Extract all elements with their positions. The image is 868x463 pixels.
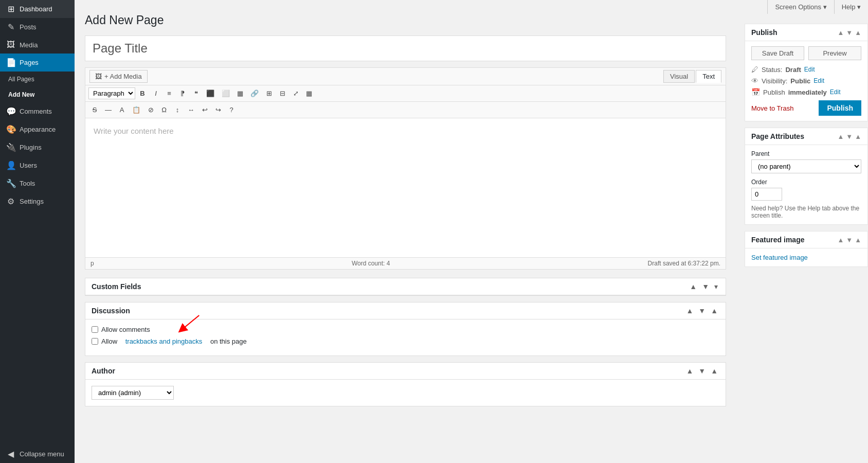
featured-image-controls: ▲ ▼ ▲: [837, 236, 861, 244]
page-break-button[interactable]: ⊟: [276, 87, 288, 99]
sidebar-item-all-pages[interactable]: All Pages: [0, 72, 75, 87]
discussion-panel: Discussion ▲ ▼ ▲ Allow comments Allow tr…: [85, 302, 726, 356]
unordered-list-button[interactable]: ≡: [163, 87, 175, 99]
author-toggle[interactable]: ▲: [709, 367, 719, 375]
author-up[interactable]: ▲: [684, 367, 695, 375]
discussion-body: Allow comments Allow trackbacks and ping…: [85, 319, 726, 355]
posts-icon: ✎: [6, 22, 15, 32]
strikethrough-button[interactable]: S: [88, 104, 101, 116]
parent-select[interactable]: (no parent): [751, 159, 861, 173]
editor-toolbar-top: 🖼 + Add Media Visual Text: [85, 68, 726, 85]
trackbacks-link[interactable]: trackbacks and pingbacks: [125, 337, 203, 345]
attr-help-text: Need help? Use the Help tab above the sc…: [751, 205, 861, 219]
tab-visual[interactable]: Visual: [663, 70, 695, 83]
right-sidebar: Publish ▲ ▼ ▲ Save Draft Preview 🖊 Statu…: [745, 3, 868, 463]
discussion-down[interactable]: ▼: [697, 307, 707, 315]
bold-button[interactable]: B: [136, 87, 149, 99]
allow-comments-checkbox[interactable]: [92, 326, 98, 333]
redo-button[interactable]: ↪: [212, 104, 224, 116]
editor-tabs: Visual Text: [663, 70, 721, 83]
indent-button[interactable]: ↕: [171, 104, 184, 116]
publish-up[interactable]: ▲: [837, 29, 844, 37]
publish-widget: Publish ▲ ▼ ▲ Save Draft Preview 🖊 Statu…: [745, 24, 868, 121]
move-to-trash-link[interactable]: Move to Trash: [751, 104, 793, 112]
page-attr-up[interactable]: ▲: [837, 133, 844, 140]
publish-button[interactable]: Publish: [819, 100, 861, 116]
custom-fields-toggle[interactable]: ▾: [713, 282, 719, 291]
blockquote-button[interactable]: ❝: [190, 87, 202, 99]
publish-toggle[interactable]: ▲: [855, 29, 861, 37]
publish-down[interactable]: ▼: [846, 29, 853, 37]
align-right-button[interactable]: ▦: [234, 87, 246, 99]
set-featured-image-link[interactable]: Set featured image: [751, 254, 808, 261]
order-input[interactable]: [751, 188, 782, 201]
author-controls: ▲ ▼ ▲: [684, 367, 719, 375]
help-btn[interactable]: ?: [225, 104, 238, 116]
allow-trackbacks-checkbox[interactable]: [92, 338, 98, 345]
toolbar-toggle-button[interactable]: ▦: [303, 87, 315, 99]
page-attr-toggle[interactable]: ▲: [855, 133, 861, 140]
author-down[interactable]: ▼: [697, 367, 707, 375]
tab-text[interactable]: Text: [696, 70, 721, 83]
fullscreen-button[interactable]: ⤢: [290, 87, 302, 99]
link-button[interactable]: 🔗: [247, 87, 262, 99]
align-center-button[interactable]: ⬜: [219, 87, 233, 99]
page-attributes-body: Parent (no parent) Order Need help? Use …: [745, 145, 867, 224]
custom-fields-header: Custom Fields ▲ ▼ ▾: [85, 278, 726, 295]
discussion-up[interactable]: ▲: [684, 307, 695, 315]
undo-button[interactable]: ↩: [198, 104, 211, 116]
sidebar-item-dashboard[interactable]: ⊞ Dashboard: [0, 0, 75, 18]
clear-format-button[interactable]: ⊘: [144, 104, 157, 116]
custom-fields-up[interactable]: ▲: [688, 282, 698, 291]
visibility-edit-link[interactable]: Edit: [813, 77, 824, 84]
sidebar-item-comments[interactable]: 💬 Comments: [0, 102, 75, 120]
sidebar-item-tools[interactable]: 🔧 Tools: [0, 174, 75, 192]
custom-fields-down[interactable]: ▼: [700, 282, 711, 291]
featured-image-body: Set featured image: [745, 248, 867, 266]
page-attr-down[interactable]: ▼: [846, 133, 853, 140]
paragraph-tag: p: [91, 260, 94, 267]
page-title-input[interactable]: [85, 35, 726, 61]
paste-button[interactable]: 📋: [129, 104, 143, 116]
add-media-button[interactable]: 🖼 + Add Media: [89, 70, 148, 83]
pages-icon: 📄: [6, 58, 15, 67]
allow-comments-row[interactable]: Allow comments: [92, 326, 719, 333]
sidebar-item-posts[interactable]: ✎ Posts: [0, 18, 75, 36]
save-draft-button[interactable]: Save Draft: [751, 46, 804, 60]
status-edit-link[interactable]: Edit: [804, 66, 815, 73]
author-select[interactable]: admin (admin): [92, 386, 174, 400]
sidebar-item-add-new[interactable]: Add New: [0, 87, 75, 102]
sidebar: ⊞ Dashboard ✎ Posts 🖼 Media 📄 Pages All …: [0, 0, 75, 463]
feat-img-down[interactable]: ▼: [846, 236, 853, 244]
preview-button[interactable]: Preview: [808, 46, 861, 60]
sidebar-item-pages[interactable]: 📄 Pages: [0, 54, 75, 72]
sidebar-item-collapse[interactable]: ◀ Collapse menu: [0, 445, 75, 463]
editor-body[interactable]: Write your content here: [85, 118, 726, 257]
italic-button[interactable]: I: [150, 87, 162, 99]
page-attributes-widget: Page Attributes ▲ ▼ ▲ Parent (no parent)…: [745, 128, 868, 225]
help-button[interactable]: Help ▾: [834, 0, 868, 14]
screen-options-button[interactable]: Screen Options ▾: [767, 0, 834, 14]
font-color-button[interactable]: A: [116, 104, 128, 116]
sidebar-item-settings[interactable]: ⚙ Settings: [0, 192, 75, 210]
insert-more-button[interactable]: ⊞: [263, 87, 275, 99]
sidebar-item-plugins[interactable]: 🔌 Plugins: [0, 138, 75, 156]
discussion-toggle[interactable]: ▲: [709, 307, 719, 315]
sidebar-item-media[interactable]: 🖼 Media: [0, 36, 75, 54]
feat-img-toggle[interactable]: ▲: [855, 236, 861, 244]
feat-img-up[interactable]: ▲: [837, 236, 844, 244]
visibility-row: 👁 Visibility: Public Edit: [751, 77, 861, 85]
publish-timing-row: 📅 Publish immediately Edit: [751, 88, 861, 96]
publish-timing-edit-link[interactable]: Edit: [830, 88, 841, 96]
ordered-list-button[interactable]: ⁋: [176, 87, 189, 99]
format-select[interactable]: Paragraph: [88, 87, 135, 99]
outdent-button[interactable]: ↔: [185, 104, 197, 116]
sidebar-item-users[interactable]: 👤 Users: [0, 156, 75, 174]
sidebar-item-appearance[interactable]: 🎨 Appearance: [0, 120, 75, 138]
custom-fields-controls: ▲ ▼ ▾: [688, 282, 719, 291]
align-left-button[interactable]: ⬛: [203, 87, 218, 99]
special-char-button[interactable]: Ω: [158, 104, 170, 116]
publish-widget-body: Save Draft Preview 🖊 Status: Draft Edit …: [745, 41, 867, 121]
allow-trackbacks-row[interactable]: Allow trackbacks and pingbacks on this p…: [92, 337, 719, 345]
hr-button[interactable]: —: [102, 104, 115, 116]
